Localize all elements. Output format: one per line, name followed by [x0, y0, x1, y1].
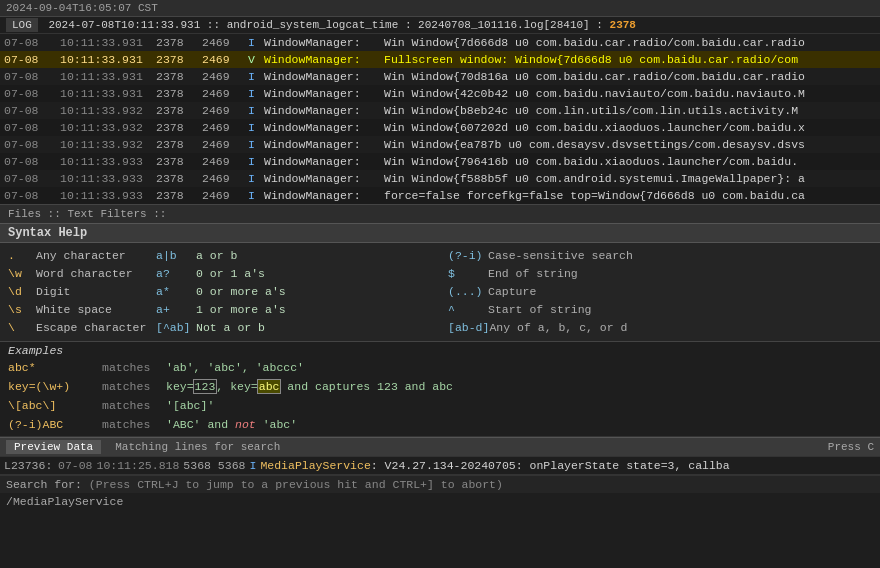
log-tag: WindowManager: [264, 85, 384, 102]
log-line: 07-08 10:11:33.932 2378 2469 I WindowMan… [0, 136, 880, 153]
log-pid: 2378 [156, 85, 202, 102]
search-input[interactable] [123, 495, 323, 508]
log-level: I [248, 85, 264, 102]
syn-right-key: (?-i) [448, 247, 488, 265]
log-msg: Win Window{70d816a u0 com.baidu.car.radi… [384, 68, 876, 85]
log-tag: WindowManager: [264, 187, 384, 204]
log-tid: 2469 [202, 34, 248, 51]
log-pid: 2378 [156, 187, 202, 204]
syn-ex-val: Not a or b [196, 319, 276, 337]
example-row: \[abc\] matches '[abc]' [8, 396, 872, 415]
syn-right-desc: Case-sensitive search [488, 247, 633, 265]
search-prompt: /MediaPlayService [6, 495, 123, 508]
syntax-left-row: \w Word character a? 0 or 1 a's [8, 265, 432, 283]
preview-service-hl: MediaPlayService [260, 459, 370, 472]
log-msg: Win Window{b8eb24c u0 com.lin.utils/com.… [384, 102, 876, 119]
log-tid: 2469 [202, 170, 248, 187]
ex-boxed2: abc [258, 380, 281, 393]
preview-line: L23736: 07-08 10:11:25.818 5368 5368 I M… [0, 457, 880, 475]
log-line: 07-08 10:11:33.933 2378 2469 I WindowMan… [0, 187, 880, 204]
syn-desc: Any character [36, 247, 156, 265]
ex-not: not [235, 418, 256, 431]
syn-right-key: ^ [448, 301, 488, 319]
matching-lines-tab[interactable]: Matching lines for search [107, 440, 288, 454]
log-tid: 2469 [202, 68, 248, 85]
log-tag: WindowManager: [264, 51, 384, 68]
preview-bar: Preview Data Matching lines for search P… [0, 437, 880, 457]
log-msg: force=false forcefkg=false top=Window{7d… [384, 187, 876, 204]
preview-nums: 5368 5368 [183, 459, 245, 472]
log-tag: WindowManager: [264, 119, 384, 136]
preview-date: 07-08 [58, 459, 93, 472]
status-bar: 2024-09-04T16:05:07 CST [0, 0, 880, 17]
ex-matches: matches [102, 415, 162, 434]
syn-ex-val: 1 or more a's [196, 301, 286, 319]
filters-bar: Files :: Text Filters :: [0, 204, 880, 224]
syntax-left-row: \d Digit a* 0 or more a's [8, 283, 432, 301]
syn-desc: Word character [36, 265, 156, 283]
log-pid: 2378 [156, 153, 202, 170]
syn-right-desc: End of string [488, 265, 578, 283]
syn-key: \w [8, 265, 36, 283]
log-date: 07-08 [4, 102, 60, 119]
ex-matches: matches [102, 358, 162, 377]
log-date: 07-08 [4, 170, 60, 187]
syn-key: . [8, 247, 36, 265]
preview-line-num: L23736: [4, 459, 58, 472]
log-tag: WindowManager: [264, 153, 384, 170]
log-tid: 2469 [202, 119, 248, 136]
ex-pattern: \[abc\] [8, 396, 98, 415]
log-msg: Win Window{42c0b42 u0 com.baidu.naviauto… [384, 85, 876, 102]
log-pid: 2378 [156, 51, 202, 68]
syn-ex-key: a? [156, 265, 196, 283]
syntax-right-row: (?-i) Case-sensitive search [448, 247, 872, 265]
syn-desc: Escape character [36, 319, 156, 337]
log-date: 07-08 [4, 85, 60, 102]
syntax-left-row: \ Escape character [^ab] Not a or b [8, 319, 432, 337]
syntax-left-row: . Any character a|b a or b [8, 247, 432, 265]
log-tag: WindowManager: [264, 34, 384, 51]
example-row: (?-i)ABC matches 'ABC' and not 'abc' [8, 415, 872, 434]
syn-right-desc: Capture [488, 283, 536, 301]
syn-right-desc: Start of string [488, 301, 592, 319]
examples-rows: abc* matches 'ab', 'abc', 'abccc'key=(\w… [8, 358, 872, 434]
syntax-right-row: [ab-d] Any of a, b, c, or d [448, 319, 872, 337]
log-tid: 2469 [202, 153, 248, 170]
preview-data-tab[interactable]: Preview Data [6, 440, 101, 454]
log-date: 07-08 [4, 68, 60, 85]
log-level: I [248, 187, 264, 204]
syn-ex-key: [^ab] [156, 319, 196, 337]
log-level: I [248, 34, 264, 51]
syn-right-desc: Any of a, b, c, or d [489, 319, 627, 337]
log-level: V [248, 51, 264, 68]
log-line: 07-08 10:11:33.931 2378 2469 I WindowMan… [0, 68, 880, 85]
ex-pattern: (?-i)ABC [8, 415, 98, 434]
examples-section: Examples abc* matches 'ab', 'abc', 'abcc… [0, 342, 880, 437]
preview-level: I [249, 459, 256, 472]
ex-matches: matches [102, 396, 162, 415]
log-pid: 2378 [156, 102, 202, 119]
preview-line-content: 07-08 10:11:25.818 5368 5368 I MediaPlay… [58, 459, 876, 472]
log-msg: Win Window{7d666d8 u0 com.baidu.car.radi… [384, 34, 876, 51]
log-time: 10:11:33.931 [60, 51, 156, 68]
log-line: 07-08 10:11:33.931 2378 2469 I WindowMan… [0, 85, 880, 102]
log-date: 07-08 [4, 136, 60, 153]
ex-result: 'ABC' and not 'abc' [166, 415, 297, 434]
search-hint: (Press CTRL+J to jump to a previous hit … [89, 478, 503, 491]
log-msg: Win Window{607202d u0 com.baidu.xiaoduos… [384, 119, 876, 136]
log-date: 07-08 [4, 153, 60, 170]
log-date: 07-08 [4, 119, 60, 136]
log-level: I [248, 68, 264, 85]
syntax-left-col: . Any character a|b a or b\w Word charac… [0, 245, 440, 339]
log-time: 10:11:33.931 [60, 34, 156, 51]
syn-ex-key: a|b [156, 247, 196, 265]
log-pid: 2378 [156, 68, 202, 85]
log-tag: WindowManager: [264, 170, 384, 187]
syntax-table: . Any character a|b a or b\w Word charac… [0, 243, 880, 341]
log-tid: 2469 [202, 102, 248, 119]
log-highlight-num: 2378 [610, 19, 636, 31]
log-line: 07-08 10:11:33.932 2378 2469 I WindowMan… [0, 119, 880, 136]
syn-ex-val: 0 or 1 a's [196, 265, 276, 283]
syn-key: \d [8, 283, 36, 301]
log-date: 07-08 [4, 34, 60, 51]
